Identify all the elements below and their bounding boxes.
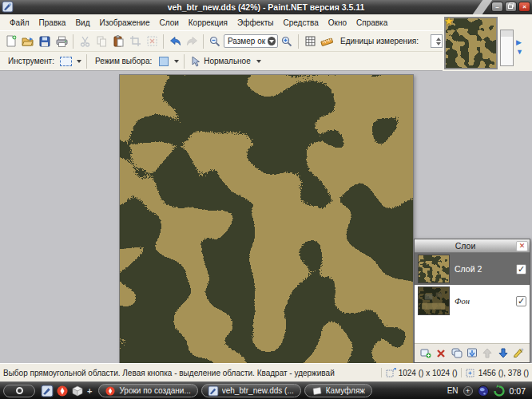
menu-item-utilities[interactable]: Средства [278, 17, 323, 29]
taskbar-button-lessons[interactable]: Уроки по создани... [98, 384, 197, 397]
zoom-level-combobox[interactable]: Размер ок [224, 34, 278, 48]
combobox-dropdown-icon[interactable] [268, 37, 276, 45]
layer-row-layer2[interactable]: Слой 2 ✓ [415, 253, 530, 285]
layer-row-background[interactable]: Фон ✓ [415, 285, 530, 317]
layers-panel: Слои ✕ Слой 2 ✓ [414, 239, 530, 363]
spinner-down-icon[interactable] [436, 42, 441, 48]
menu-item-file[interactable]: Файл [5, 17, 34, 29]
cut-icon [80, 36, 90, 47]
merge-down-button[interactable] [465, 346, 478, 360]
cursor-position-segment: 1456 (), 378 () [461, 368, 529, 377]
separator [298, 34, 299, 49]
layers-list-empty-area [415, 317, 530, 343]
document-list-dropdown-icon[interactable]: ▼ [516, 49, 523, 55]
open-documents-strip: ★ ▶ ▼ [443, 15, 532, 71]
taskbar-button-paintdotnet[interactable]: veh_btr_new.dds (... [201, 384, 301, 397]
cut-button[interactable] [77, 34, 93, 49]
menu-item-help[interactable]: Справка [351, 17, 392, 29]
open-file-icon [22, 36, 34, 47]
paintdotnet-quicklaunch-icon[interactable] [42, 385, 53, 397]
globe-tray-icon[interactable] [478, 385, 489, 397]
copy-button[interactable] [93, 34, 109, 49]
ruler-toggle-button[interactable] [319, 34, 335, 49]
restore-button[interactable] [505, 2, 517, 12]
tool-dropdown-icon[interactable] [77, 60, 81, 65]
zoom-in-button[interactable] [279, 34, 295, 49]
active-document-thumbnail[interactable]: ★ [444, 17, 498, 69]
move-layer-down-button[interactable] [496, 346, 510, 360]
separator [184, 54, 185, 69]
menu-item-view[interactable]: Вид [70, 17, 94, 29]
yandex-browser-icon[interactable] [57, 385, 68, 397]
redo-icon [186, 36, 198, 46]
selection-mode-button[interactable] [156, 53, 172, 69]
taskbar-button-label: veh_btr_new.dds (... [222, 386, 294, 395]
unsaved-changes-star-icon: ★ [444, 15, 454, 27]
menu-item-edit[interactable]: Правка [34, 17, 71, 29]
menu-item-window[interactable]: Окно [324, 17, 351, 29]
update-swirl-tray-icon[interactable] [494, 385, 505, 397]
image-canvas[interactable] [119, 74, 414, 363]
scroll-documents-right-icon[interactable]: ▶ [516, 39, 523, 45]
tray-expand-icon[interactable]: + [463, 386, 473, 396]
units-combobox[interactable] [431, 34, 443, 48]
open-file-button[interactable] [20, 34, 36, 49]
menu-item-layers[interactable]: Слои [154, 17, 183, 29]
delete-layer-icon [436, 349, 446, 358]
paintdotnet-window: veh_btr_new.dds (42%) - Paint.NET версия… [0, 0, 532, 399]
minimize-button[interactable]: – [491, 2, 503, 12]
duplicate-layer-icon [451, 348, 463, 358]
cursor-position-icon [466, 368, 476, 377]
duplicate-layer-button[interactable] [450, 346, 463, 360]
grid-toggle-button[interactable] [302, 34, 318, 49]
rectangle-select-tool-button[interactable] [58, 53, 74, 69]
separator [163, 34, 164, 49]
delete-layer-button[interactable] [435, 346, 448, 360]
language-indicator[interactable]: EN [447, 386, 459, 395]
menu-item-image[interactable]: Изображение [94, 17, 154, 29]
layer-properties-button[interactable] [512, 346, 526, 360]
layers-panel-titlebar[interactable]: Слои ✕ [415, 239, 530, 253]
menu-item-effects[interactable]: Эффекты [232, 17, 278, 29]
redo-button[interactable] [184, 34, 200, 49]
layer-name: Фон [455, 297, 511, 306]
other-document-thumbnail[interactable] [500, 30, 514, 66]
add-layer-button[interactable] [419, 346, 432, 360]
layer-visible-checkbox[interactable]: ✓ [516, 264, 526, 275]
layer-visible-checkbox[interactable]: ✓ [516, 296, 526, 306]
taskbar-clock[interactable]: 0:07 [510, 386, 526, 396]
menu-item-adjustments[interactable]: Коррекция [184, 17, 232, 29]
layers-toolbar [415, 343, 530, 362]
blend-mode-dropdown-icon[interactable] [256, 60, 261, 65]
new-file-button[interactable] [3, 34, 19, 49]
taskbar-button-camouflage-folder[interactable]: Камуфляж [304, 384, 372, 397]
zoom-out-button[interactable] [207, 34, 223, 49]
crop-icon [130, 36, 141, 46]
spinner-up-icon[interactable] [436, 35, 441, 41]
print-button[interactable] [54, 34, 69, 49]
crop-to-selection-button[interactable] [127, 34, 143, 49]
units-label: Единицы измерения: [340, 37, 419, 45]
background-layer-thumbnail [418, 286, 450, 315]
undo-button[interactable] [167, 34, 183, 49]
move-down-icon [498, 348, 508, 358]
paste-icon [113, 35, 124, 47]
image-size-icon [386, 368, 396, 377]
ruler-icon [320, 36, 333, 47]
deselect-button[interactable] [144, 34, 160, 49]
layer2-thumbnail [418, 255, 450, 283]
3d-box-icon[interactable] [72, 385, 83, 397]
start-button[interactable] [3, 385, 35, 397]
layers-panel-close-button[interactable]: ✕ [516, 241, 528, 251]
close-button[interactable]: × [518, 2, 530, 12]
layer-name: Слой 2 [455, 264, 511, 274]
image-size-value: 1024 () x 1024 () [399, 369, 458, 377]
quicklaunch-expand-icon[interactable]: + [87, 386, 92, 396]
selection-mode-dropdown-icon[interactable] [174, 60, 179, 65]
zoom-in-icon [281, 36, 292, 47]
paste-button[interactable] [110, 34, 126, 49]
save-button[interactable] [37, 34, 53, 49]
merge-down-icon [466, 348, 478, 358]
status-bar: Выбор прямоугольной области. Левая кнопк… [0, 363, 532, 381]
move-layer-up-button[interactable] [481, 346, 494, 360]
